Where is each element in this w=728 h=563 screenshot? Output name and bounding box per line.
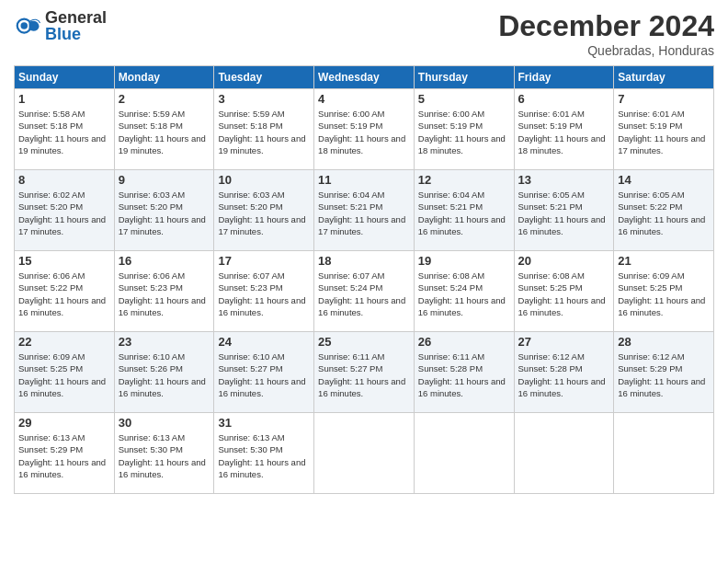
daylight-label: Daylight: 11 hours and 16 minutes. (218, 376, 305, 398)
day-info: Sunrise: 6:07 AM Sunset: 5:24 PM Dayligh… (318, 270, 410, 318)
day-number: 28 (618, 335, 710, 349)
table-row: 21 Sunrise: 6:09 AM Sunset: 5:25 PM Dayl… (614, 251, 714, 332)
sunrise-label: Sunrise: 6:07 AM (318, 270, 384, 281)
sunrise-label: Sunrise: 6:06 AM (18, 270, 85, 281)
table-row: 19 Sunrise: 6:08 AM Sunset: 5:24 PM Dayl… (414, 251, 514, 332)
table-row: 6 Sunrise: 6:01 AM Sunset: 5:19 PM Dayli… (514, 89, 614, 170)
daylight-label: Daylight: 11 hours and 16 minutes. (119, 457, 206, 479)
table-row: 22 Sunrise: 6:09 AM Sunset: 5:25 PM Dayl… (15, 332, 115, 413)
daylight-label: Daylight: 11 hours and 16 minutes. (518, 376, 606, 398)
day-number: 10 (218, 173, 310, 187)
table-row: 18 Sunrise: 6:07 AM Sunset: 5:24 PM Dayl… (314, 251, 415, 332)
day-info: Sunrise: 6:02 AM Sunset: 5:20 PM Dayligh… (18, 189, 110, 237)
sunset-label: Sunset: 5:22 PM (618, 201, 682, 212)
day-number: 14 (618, 173, 710, 187)
sunset-label: Sunset: 5:18 PM (218, 121, 282, 131)
table-row: 14 Sunrise: 6:05 AM Sunset: 5:22 PM Dayl… (614, 170, 714, 251)
table-row: 1 Sunrise: 5:58 AM Sunset: 5:18 PM Dayli… (15, 89, 115, 170)
table-row: 8 Sunrise: 6:02 AM Sunset: 5:20 PM Dayli… (15, 170, 115, 251)
daylight-label: Daylight: 11 hours and 19 minutes. (218, 133, 305, 155)
day-number: 16 (119, 254, 210, 268)
table-row: 31 Sunrise: 6:13 AM Sunset: 5:30 PM Dayl… (214, 413, 314, 494)
table-row: 12 Sunrise: 6:04 AM Sunset: 5:21 PM Dayl… (414, 170, 514, 251)
sunset-label: Sunset: 5:24 PM (318, 282, 382, 293)
sunrise-label: Sunrise: 6:13 AM (119, 432, 185, 442)
table-row: 11 Sunrise: 6:04 AM Sunset: 5:21 PM Dayl… (314, 170, 415, 251)
sunset-label: Sunset: 5:24 PM (418, 282, 483, 293)
sunset-label: Sunset: 5:30 PM (218, 444, 282, 454)
daylight-label: Daylight: 11 hours and 16 minutes. (518, 295, 606, 317)
sunrise-label: Sunrise: 6:03 AM (119, 190, 185, 200)
day-info: Sunrise: 6:06 AM Sunset: 5:23 PM Dayligh… (119, 270, 210, 318)
day-info: Sunrise: 6:03 AM Sunset: 5:20 PM Dayligh… (218, 189, 310, 237)
sunrise-label: Sunrise: 6:01 AM (518, 109, 585, 119)
sunrise-label: Sunrise: 5:58 AM (18, 109, 85, 119)
daylight-label: Daylight: 11 hours and 18 minutes. (518, 133, 606, 155)
day-number: 20 (518, 254, 610, 268)
day-info: Sunrise: 6:13 AM Sunset: 5:30 PM Dayligh… (218, 431, 310, 480)
sunset-label: Sunset: 5:20 PM (218, 201, 282, 212)
day-info: Sunrise: 5:59 AM Sunset: 5:18 PM Dayligh… (218, 108, 310, 156)
calendar-week-5: 29 Sunrise: 6:13 AM Sunset: 5:29 PM Dayl… (15, 413, 714, 494)
sunset-label: Sunset: 5:18 PM (18, 121, 83, 131)
sunrise-label: Sunrise: 6:05 AM (518, 190, 585, 200)
table-row: 29 Sunrise: 6:13 AM Sunset: 5:29 PM Dayl… (15, 413, 115, 494)
svg-point-1 (21, 22, 28, 29)
day-number: 12 (418, 173, 510, 187)
day-info: Sunrise: 6:04 AM Sunset: 5:21 PM Dayligh… (318, 189, 410, 237)
day-info: Sunrise: 6:05 AM Sunset: 5:22 PM Dayligh… (618, 189, 710, 237)
day-info: Sunrise: 6:01 AM Sunset: 5:19 PM Dayligh… (518, 108, 610, 156)
logo-icon (14, 12, 41, 40)
sunrise-label: Sunrise: 6:13 AM (218, 432, 284, 442)
table-row: 5 Sunrise: 6:00 AM Sunset: 5:19 PM Dayli… (414, 89, 514, 170)
sunrise-label: Sunrise: 6:13 AM (18, 432, 85, 442)
daylight-label: Daylight: 11 hours and 16 minutes. (18, 376, 106, 398)
sunrise-label: Sunrise: 6:08 AM (518, 270, 585, 281)
table-row: 2 Sunrise: 5:59 AM Sunset: 5:18 PM Dayli… (114, 89, 214, 170)
day-number: 22 (18, 335, 110, 349)
sunrise-label: Sunrise: 6:05 AM (618, 190, 684, 200)
sunset-label: Sunset: 5:19 PM (618, 121, 682, 131)
day-number: 18 (318, 254, 410, 268)
day-number: 25 (318, 335, 410, 349)
table-row: 3 Sunrise: 5:59 AM Sunset: 5:18 PM Dayli… (214, 89, 314, 170)
daylight-label: Daylight: 11 hours and 17 minutes. (119, 214, 206, 236)
day-number: 13 (518, 173, 610, 187)
sunset-label: Sunset: 5:21 PM (418, 201, 483, 212)
sunset-label: Sunset: 5:27 PM (318, 363, 382, 373)
sunrise-label: Sunrise: 6:07 AM (218, 270, 284, 281)
sunrise-label: Sunrise: 5:59 AM (119, 109, 185, 119)
col-saturday: Saturday (614, 66, 714, 89)
daylight-label: Daylight: 11 hours and 17 minutes. (18, 214, 106, 236)
daylight-label: Daylight: 11 hours and 16 minutes. (518, 214, 606, 236)
day-info: Sunrise: 6:10 AM Sunset: 5:27 PM Dayligh… (218, 350, 310, 399)
sunset-label: Sunset: 5:22 PM (18, 282, 83, 293)
table-row: 16 Sunrise: 6:06 AM Sunset: 5:23 PM Dayl… (114, 251, 214, 332)
day-number: 2 (119, 92, 210, 106)
day-number: 31 (218, 416, 310, 430)
calendar-week-1: 1 Sunrise: 5:58 AM Sunset: 5:18 PM Dayli… (15, 89, 714, 170)
day-number: 3 (218, 92, 310, 106)
daylight-label: Daylight: 11 hours and 17 minutes. (318, 214, 405, 236)
sunrise-label: Sunrise: 6:12 AM (518, 351, 585, 362)
day-number: 26 (418, 335, 510, 349)
day-number: 4 (318, 92, 410, 106)
day-info: Sunrise: 6:00 AM Sunset: 5:19 PM Dayligh… (418, 108, 510, 156)
calendar-week-4: 22 Sunrise: 6:09 AM Sunset: 5:25 PM Dayl… (15, 332, 714, 413)
day-info: Sunrise: 6:11 AM Sunset: 5:28 PM Dayligh… (418, 350, 510, 399)
daylight-label: Daylight: 11 hours and 16 minutes. (618, 376, 705, 398)
table-row (514, 413, 614, 494)
sunset-label: Sunset: 5:28 PM (418, 363, 483, 373)
sunset-label: Sunset: 5:18 PM (119, 121, 183, 131)
day-info: Sunrise: 6:12 AM Sunset: 5:28 PM Dayligh… (518, 350, 610, 399)
col-monday: Monday (114, 66, 214, 89)
day-info: Sunrise: 6:01 AM Sunset: 5:19 PM Dayligh… (618, 108, 710, 156)
day-number: 7 (618, 92, 710, 106)
day-info: Sunrise: 6:13 AM Sunset: 5:30 PM Dayligh… (119, 431, 210, 480)
sunrise-label: Sunrise: 6:04 AM (318, 190, 384, 200)
sunrise-label: Sunrise: 6:03 AM (218, 190, 284, 200)
day-number: 19 (418, 254, 510, 268)
sunset-label: Sunset: 5:23 PM (119, 282, 183, 293)
sunset-label: Sunset: 5:25 PM (618, 282, 682, 293)
day-info: Sunrise: 6:13 AM Sunset: 5:29 PM Dayligh… (18, 431, 110, 480)
